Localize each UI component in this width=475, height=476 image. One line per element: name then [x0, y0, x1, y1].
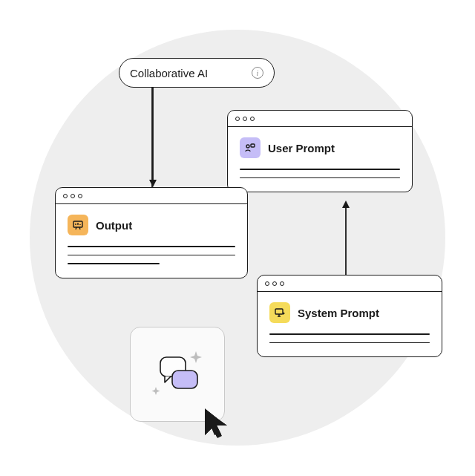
svg-point-4 [246, 145, 249, 148]
text-line [68, 246, 235, 247]
svg-line-7 [76, 227, 76, 229]
window-title: User Prompt [268, 142, 335, 154]
window-control-dot [63, 194, 68, 198]
window-titlebar [56, 188, 247, 204]
window-control-dot [280, 281, 284, 286]
svg-rect-5 [251, 144, 255, 147]
text-line [68, 263, 160, 264]
window-control-dot [78, 194, 82, 198]
svg-rect-12 [275, 309, 283, 314]
text-line [269, 333, 430, 335]
window-control-dot [250, 117, 255, 121]
window-titlebar [258, 276, 442, 292]
window-title: System Prompt [298, 307, 379, 319]
window-control-dot [272, 281, 277, 286]
text-line [240, 169, 400, 170]
output-window: Output [55, 187, 248, 278]
topic-label: Collaborative AI [130, 67, 208, 79]
svg-rect-17 [172, 371, 197, 388]
window-title: Output [96, 219, 132, 232]
cursor-pointer-icon [202, 407, 232, 440]
user-icon [240, 137, 261, 158]
chat-bubbles-icon [144, 341, 211, 408]
svg-marker-18 [205, 408, 224, 435]
svg-marker-15 [283, 312, 285, 315]
window-control-dot [235, 117, 240, 121]
system-prompt-window: System Prompt [257, 275, 442, 357]
text-line [269, 342, 430, 344]
info-icon[interactable]: i [252, 67, 263, 79]
text-line [68, 255, 235, 256]
text-line [240, 177, 400, 179]
monitor-play-icon [269, 302, 290, 323]
window-control-dot [265, 281, 269, 286]
presentation-icon [68, 215, 88, 235]
window-control-dot [243, 117, 247, 121]
window-titlebar [228, 111, 412, 127]
window-control-dot [71, 194, 75, 198]
user-prompt-window: User Prompt [227, 110, 413, 192]
svg-line-8 [79, 227, 80, 229]
topic-pill: Collaborative AI i [119, 58, 275, 88]
